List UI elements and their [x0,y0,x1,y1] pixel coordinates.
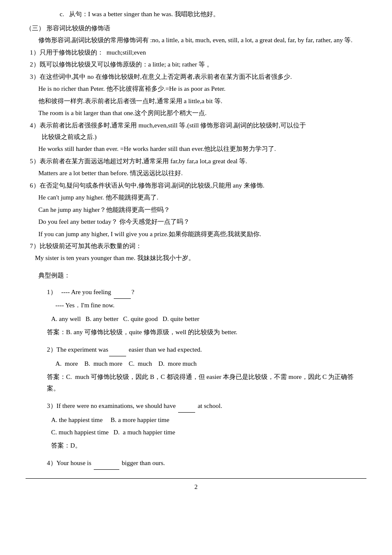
q1-answer: 答案：B. any 可修饰比较级，quite 修饰原级，well 的比较级为 b… [47,327,366,338]
q1-options: A. any well B. any better C. quite good … [51,313,366,325]
item-6-ex2: Can he jump any higher？他能跳得更高一些吗？ [38,204,366,216]
q2-answer: 答案：C. much 可修饰比较级，因此 B，C 都说得通，但 easier 本… [47,371,366,394]
item-3: 3）在这些词中,其中 no 在修饰比较级时,在意义上否定两者,表示前者在某方面不… [30,71,366,83]
item-6: 6）在否定句,疑问句或条件状语从句中,修饰形容词,副词的比较级,只能用 any … [30,179,366,192]
section-c-label: c. 从句：I was a better singer than he was.… [60,11,219,17]
item-6-ex4: If you can jump any higher, I will give … [38,228,366,240]
item-5-ex1: Matters are a lot better than before. 情况… [38,167,366,179]
item-6-ex1: He can't jump any higher. 他不能跳得更高了. [38,191,366,204]
page-content: c. 从句：I was a better singer than he was.… [26,9,366,493]
q4-block: 4）Your house is bigger than ours. [47,457,366,470]
q2-options: A. more B. much more C. much D. more muc… [55,358,366,370]
item-4-ex1: He works still harder than ever. =He wor… [38,143,366,155]
page-number: 2 [26,478,366,493]
typical-title: 典型例题： [38,270,366,281]
q3-options-ab: A. the happiest time B. a more happier t… [51,414,366,426]
item-1: 1）只用于修饰比较级的： much;still;even [30,46,366,59]
q4-question: 4）Your house is bigger than ours. [47,457,366,470]
item-5: 5）表示前者在某方面远远地超过对方时,通常采用 far,by far,a lot… [30,155,366,168]
section-three-title: （三） 形容词比较级的修饰语 [26,25,110,32]
q1-num-q: 1） ---- Are you feeling ? [47,286,366,299]
item-4: 4）表示前者比后者强很多时,通常采用 much,even,still 等.(st… [30,119,366,132]
q1-answer-dialogue: ---- Yes．I'm fine now. [55,299,366,312]
item-3-ex2: 他和彼得一样穷.表示前者比后者强一点时,通常采用 a little,a bit … [38,95,366,107]
q2-question: 2）The experiment was easier than we had … [47,343,366,356]
q1-block: 1） ---- Are you feeling ? ---- Yes．I'm f… [47,286,366,312]
item-6-ex3: Do you feel any better today？ 你今天感觉好一点了吗… [38,216,366,228]
q3-question: 3）If there were no examinations, we shou… [47,399,366,413]
item-7: 7）比较级前还可加其他表示数量的词： [30,240,366,252]
item-4-cont: 比较级之前或之后.) [42,131,366,143]
section-three-intro: 修饰形容词,副词比较级的常用修饰词有 :no, a little, a bit,… [38,34,366,46]
q3-answer: 答案：D。 [51,440,366,451]
q2-block: 2）The experiment was easier than we had … [47,343,366,356]
item-3-ex1: He is no richer than Peter. 他不比彼得富裕多少.=H… [38,83,366,95]
q3-options-cd: C. much happiest time D. a much happier … [51,427,366,438]
item-3-ex3: The room is a bit larger than that one.这… [38,107,366,119]
item-2: 2）既可以修饰比较级又可以修饰原级的：a little; a bit; rath… [30,58,366,71]
section-c: c. 从句：I was a better singer than he was.… [60,9,366,20]
item-7-ex1: My sister is ten years younger than me. … [35,252,366,264]
section-three-title-row: （三） 形容词比较级的修饰语 [26,23,366,34]
q3-block: 3）If there were no examinations, we shou… [47,399,366,413]
